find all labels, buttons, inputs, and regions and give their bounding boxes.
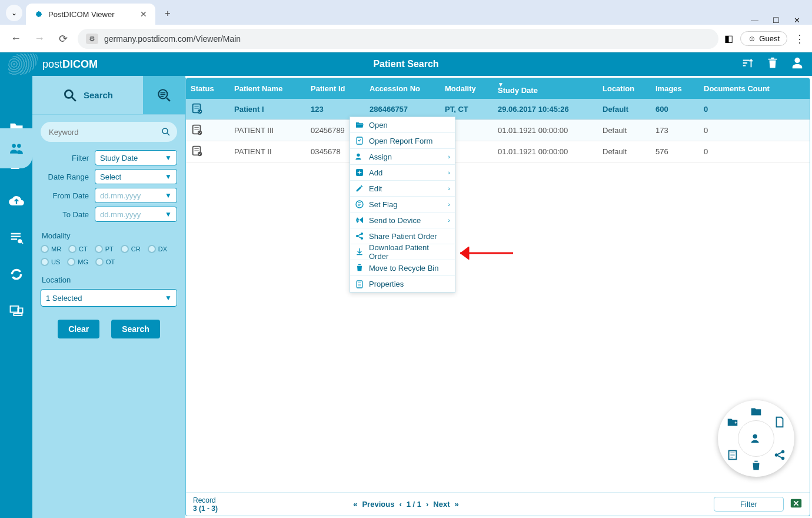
close-window-button[interactable]: ✕ bbox=[794, 16, 800, 25]
radial-menu[interactable] bbox=[718, 400, 794, 477]
search-detail-icon bbox=[157, 88, 172, 103]
col-pid[interactable]: Patient Id bbox=[306, 84, 365, 93]
svg-point-2 bbox=[162, 128, 168, 134]
user-add-icon[interactable] bbox=[750, 432, 763, 445]
folder-icon[interactable] bbox=[750, 405, 763, 418]
modality-cr[interactable]: CR bbox=[121, 245, 141, 253]
minimize-button[interactable]: — bbox=[751, 16, 758, 25]
tabs-dropdown-button[interactable]: ⌄ bbox=[6, 5, 22, 21]
ctx-recycle[interactable]: Move to Recycle Bin bbox=[350, 260, 455, 276]
svg-point-18 bbox=[753, 434, 757, 439]
sort-icon[interactable] bbox=[741, 57, 754, 72]
table-row[interactable]: PATIENT III02456789R01.01.1921 00:00:00D… bbox=[186, 120, 810, 141]
search-tab-advanced[interactable] bbox=[143, 76, 185, 114]
modality-us[interactable]: US bbox=[41, 258, 60, 266]
site-settings-icon[interactable]: ⚙ bbox=[86, 34, 98, 44]
next-page-button[interactable]: Next bbox=[433, 500, 450, 509]
user-profile-icon[interactable] bbox=[791, 57, 804, 72]
window-controls: — ☐ ✕ bbox=[751, 9, 812, 25]
modality-ct[interactable]: CT bbox=[68, 245, 88, 253]
flag-icon bbox=[355, 200, 364, 209]
col-status[interactable]: Status bbox=[186, 84, 229, 93]
ctx-open[interactable]: Open bbox=[350, 117, 455, 133]
col-img[interactable]: Images bbox=[651, 84, 699, 93]
prev-page-button[interactable]: Previous bbox=[362, 500, 394, 509]
context-menu: Open Open Report Form Assign› Add› Edit›… bbox=[350, 117, 455, 293]
col-loc[interactable]: Location bbox=[598, 84, 651, 93]
rail-worklist[interactable] bbox=[6, 228, 26, 248]
modality-pt[interactable]: PT bbox=[95, 245, 114, 253]
maximize-button[interactable]: ☐ bbox=[773, 16, 780, 25]
prev-chevron-icon[interactable]: ‹ bbox=[399, 500, 401, 509]
daterange-select[interactable]: Select▼ bbox=[95, 169, 177, 184]
todate-input[interactable]: dd.mm.yyyy▼ bbox=[95, 207, 177, 222]
user-add-icon bbox=[355, 152, 364, 161]
filter-select[interactable]: Study Date▼ bbox=[95, 150, 177, 165]
rail-sync[interactable] bbox=[6, 264, 26, 284]
col-date[interactable]: ▼Study Date bbox=[493, 82, 598, 95]
location-select[interactable]: 1 Selected▼ bbox=[41, 289, 177, 307]
back-button[interactable]: ← bbox=[7, 30, 25, 48]
rail-upload[interactable] bbox=[6, 191, 26, 211]
keyword-input[interactable] bbox=[41, 122, 177, 142]
export-excel-button[interactable] bbox=[790, 497, 803, 512]
ctx-edit[interactable]: Edit› bbox=[350, 181, 455, 197]
table-row[interactable]: Patient I123286466757PT, CT29.06.2017 10… bbox=[186, 99, 810, 120]
browser-tab[interactable]: PostDICOM Viewer ✕ bbox=[26, 4, 155, 25]
table-row[interactable]: PATIENT II0345678R01.01.1921 00:00:00Def… bbox=[186, 141, 810, 162]
profile-button[interactable]: ☺ Guest bbox=[740, 31, 787, 46]
modality-group: MRCTPTCRDXUSMGOT bbox=[41, 245, 177, 266]
col-date-label: Study Date bbox=[498, 86, 538, 95]
rail-tab-patients[interactable] bbox=[0, 128, 32, 168]
new-tab-button[interactable]: + bbox=[159, 5, 177, 22]
ctx-send[interactable]: Send to Device› bbox=[350, 212, 455, 228]
ctx-properties[interactable]: Properties bbox=[350, 276, 455, 292]
rail-screens[interactable] bbox=[6, 301, 26, 321]
ctx-add[interactable]: Add› bbox=[350, 165, 455, 181]
share-icon[interactable] bbox=[773, 449, 786, 461]
last-page-button[interactable]: » bbox=[455, 500, 459, 509]
modality-mg[interactable]: MG bbox=[67, 258, 88, 266]
first-page-button[interactable]: « bbox=[353, 500, 357, 509]
ctx-share[interactable]: Share Patient Order bbox=[350, 228, 455, 244]
col-acc[interactable]: Accession No bbox=[365, 84, 440, 93]
modality-mr[interactable]: MR bbox=[41, 245, 61, 253]
modality-label: CT bbox=[79, 245, 88, 253]
ctx-download[interactable]: Download Patient Order bbox=[350, 244, 455, 260]
cell-pid: 123 bbox=[306, 105, 365, 114]
status-icon bbox=[186, 123, 229, 138]
folder-add-icon[interactable] bbox=[726, 416, 739, 429]
clear-button[interactable]: Clear bbox=[58, 320, 99, 338]
reload-button[interactable]: ⟳ bbox=[54, 30, 72, 48]
close-tab-button[interactable]: ✕ bbox=[140, 9, 147, 19]
ctx-recycle-label: Move to Recycle Bin bbox=[369, 264, 439, 273]
col-name[interactable]: Patient Name bbox=[229, 84, 306, 93]
chevron-down-icon: ▼ bbox=[165, 210, 172, 218]
browser-menu-button[interactable]: ⋮ bbox=[794, 32, 805, 45]
next-chevron-icon[interactable]: › bbox=[426, 500, 428, 509]
modality-ot[interactable]: OT bbox=[95, 258, 115, 266]
report-icon[interactable] bbox=[726, 449, 739, 461]
ctx-setflag[interactable]: Set Flag› bbox=[350, 197, 455, 212]
ctx-assign[interactable]: Assign› bbox=[350, 149, 455, 165]
brand-logo[interactable]: postDICOM bbox=[42, 58, 98, 71]
fromdate-input[interactable]: dd.mm.yyyy▼ bbox=[95, 188, 177, 203]
search-icon[interactable] bbox=[161, 127, 171, 137]
search-tab-basic[interactable]: Search bbox=[32, 76, 143, 114]
col-mod[interactable]: Modality bbox=[440, 84, 493, 93]
modality-label: PT bbox=[105, 245, 114, 253]
url-field[interactable]: ⚙ germany.postdicom.com/Viewer/Main bbox=[78, 29, 718, 49]
document-icon[interactable] bbox=[773, 416, 786, 429]
ctx-open-report[interactable]: Open Report Form bbox=[350, 133, 455, 149]
col-doc[interactable]: Documents Count bbox=[699, 84, 776, 93]
record-label: Record bbox=[193, 496, 218, 504]
recycle-bin-icon[interactable] bbox=[766, 57, 779, 72]
forward-button[interactable]: → bbox=[31, 30, 48, 48]
trash-icon[interactable] bbox=[750, 459, 763, 472]
filter-label: Filter bbox=[41, 154, 95, 162]
modality-dx[interactable]: DX bbox=[148, 245, 167, 253]
side-panel-icon[interactable]: ◧ bbox=[724, 33, 733, 44]
search-button[interactable]: Search bbox=[111, 320, 160, 338]
pager: « Previous ‹ 1 / 1 › Next » bbox=[353, 500, 459, 509]
filter-button[interactable]: Filter bbox=[714, 497, 784, 512]
